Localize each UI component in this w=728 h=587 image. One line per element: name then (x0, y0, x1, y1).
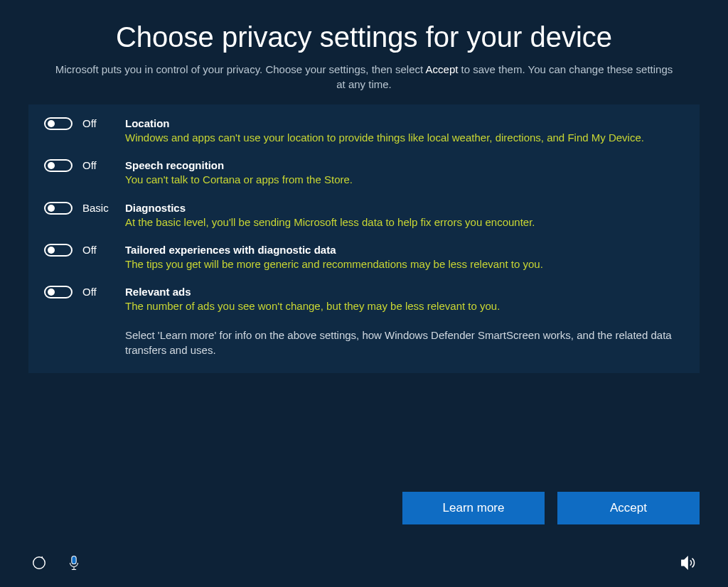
microphone-icon[interactable] (67, 555, 81, 573)
toggle-state-label: Basic (82, 202, 125, 215)
learn-more-button[interactable]: Learn more (402, 492, 545, 524)
setting-desc: The number of ads you see won't change, … (125, 299, 684, 313)
toggle-location[interactable] (44, 117, 73, 130)
ease-of-access-icon[interactable] (31, 555, 47, 573)
button-row: Learn more Accept (402, 492, 700, 524)
toggle-diagnostics[interactable] (44, 202, 73, 215)
footer-note: Select 'Learn more' for info on the abov… (125, 328, 684, 357)
setting-row-tailored: Off Tailored experiences with diagnostic… (44, 244, 684, 271)
setting-title: Location (125, 117, 684, 129)
setting-desc: You can't talk to Cortana or apps from t… (125, 173, 684, 187)
setting-row-location: Off Location Windows and apps can't use … (44, 117, 684, 145)
toggle-state-label: Off (82, 159, 125, 172)
setting-desc: The tips you get will be more generic an… (125, 257, 684, 271)
setting-row-ads: Off Relevant ads The number of ads you s… (44, 286, 684, 313)
svg-rect-0 (72, 556, 76, 564)
toggle-ads[interactable] (44, 286, 73, 298)
setting-desc: At the basic level, you'll be sending Mi… (125, 215, 684, 230)
setting-row-diagnostics: Basic Diagnostics At the basic level, yo… (44, 202, 684, 230)
volume-icon[interactable] (680, 555, 697, 573)
page-title: Choose privacy settings for your device (28, 21, 700, 53)
page-subtitle: Microsoft puts you in control of your pr… (28, 62, 700, 92)
toggle-state-label: Off (82, 244, 125, 257)
toggle-state-label: Off (82, 117, 125, 130)
setting-row-speech: Off Speech recognition You can't talk to… (44, 159, 684, 187)
setting-title: Tailored experiences with diagnostic dat… (125, 244, 684, 256)
accept-button[interactable]: Accept (557, 492, 700, 524)
toggle-speech[interactable] (44, 159, 73, 172)
setting-title: Relevant ads (125, 286, 684, 298)
subtitle-part-a: Microsoft puts you in control of your pr… (55, 63, 426, 75)
bottom-bar (0, 542, 728, 587)
settings-panel: Off Location Windows and apps can't use … (28, 104, 700, 373)
setting-desc: Windows and apps can't use your location… (125, 131, 684, 145)
setting-title: Diagnostics (125, 202, 684, 214)
toggle-tailored[interactable] (44, 244, 73, 257)
setting-title: Speech recognition (125, 159, 684, 171)
subtitle-accept-word: Accept (426, 63, 459, 75)
toggle-state-label: Off (82, 286, 125, 298)
